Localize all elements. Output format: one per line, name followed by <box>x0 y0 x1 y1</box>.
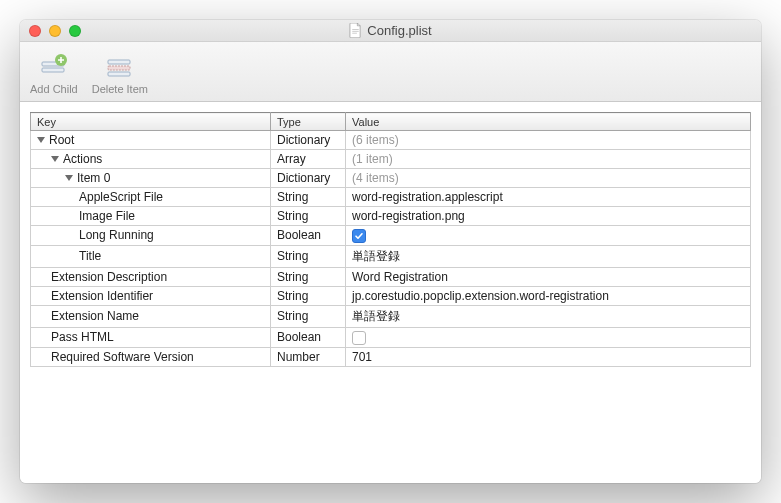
table-row[interactable]: AppleScript FileStringword-registration.… <box>31 188 751 207</box>
table-header-row: Key Type Value <box>31 113 751 131</box>
key-label: Extension Description <box>51 270 167 284</box>
table-row[interactable]: Image FileStringword-registration.png <box>31 207 751 226</box>
traffic-lights <box>20 25 81 37</box>
value-cell[interactable]: word-registration.applescript <box>346 188 751 207</box>
key-label: Extension Identifier <box>51 289 153 303</box>
header-key[interactable]: Key <box>31 113 271 131</box>
type-cell[interactable]: String <box>271 267 346 286</box>
type-cell[interactable]: Dictionary <box>271 131 346 150</box>
type-cell[interactable]: Dictionary <box>271 169 346 188</box>
value-cell[interactable]: (4 items) <box>346 169 751 188</box>
zoom-button[interactable] <box>69 25 81 37</box>
add-child-icon <box>38 53 70 81</box>
checkbox[interactable] <box>352 229 366 243</box>
svg-rect-1 <box>42 68 64 72</box>
key-label: Title <box>79 249 101 263</box>
key-cell[interactable]: Extension Name <box>31 305 271 327</box>
add-child-button[interactable]: Add Child <box>30 53 78 95</box>
table-row[interactable]: Required Software VersionNumber701 <box>31 347 751 366</box>
value-label: 単語登録 <box>352 249 400 263</box>
titlebar: Config.plist <box>20 20 761 42</box>
key-cell[interactable]: Title <box>31 245 271 267</box>
toolbar: Add Child Delete Item <box>20 42 761 102</box>
delete-item-icon <box>104 53 136 81</box>
key-label: Required Software Version <box>51 350 194 364</box>
disclosure-triangle-icon[interactable] <box>37 137 45 143</box>
value-label: 単語登録 <box>352 309 400 323</box>
value-cell[interactable] <box>346 327 751 347</box>
disclosure-triangle-icon[interactable] <box>65 175 73 181</box>
type-cell[interactable]: Number <box>271 347 346 366</box>
disclosure-triangle-icon[interactable] <box>51 156 59 162</box>
key-cell[interactable]: AppleScript File <box>31 188 271 207</box>
value-cell[interactable]: 701 <box>346 347 751 366</box>
key-cell[interactable]: Required Software Version <box>31 347 271 366</box>
svg-rect-3 <box>108 60 130 64</box>
document-icon <box>349 23 362 38</box>
type-cell[interactable]: Array <box>271 150 346 169</box>
value-label: word-registration.applescript <box>352 190 503 204</box>
type-cell[interactable]: Boolean <box>271 226 346 246</box>
value-label: word-registration.png <box>352 209 465 223</box>
key-cell[interactable]: Long Running <box>31 226 271 246</box>
key-cell[interactable]: Pass HTML <box>31 327 271 347</box>
type-cell[interactable]: String <box>271 188 346 207</box>
key-label: Extension Name <box>51 309 139 323</box>
table-row[interactable]: Extension IdentifierStringjp.corestudio.… <box>31 286 751 305</box>
key-cell[interactable]: Item 0 <box>31 169 271 188</box>
key-cell[interactable]: Image File <box>31 207 271 226</box>
table-row[interactable]: Item 0Dictionary(4 items) <box>31 169 751 188</box>
type-cell[interactable]: String <box>271 305 346 327</box>
value-cell[interactable]: (1 item) <box>346 150 751 169</box>
value-cell[interactable]: 単語登録 <box>346 305 751 327</box>
header-type[interactable]: Type <box>271 113 346 131</box>
key-cell[interactable]: Extension Identifier <box>31 286 271 305</box>
minimize-button[interactable] <box>49 25 61 37</box>
editor-window: Config.plist Add Child <box>20 20 761 483</box>
table-row[interactable]: ActionsArray(1 item) <box>31 150 751 169</box>
window-title-area: Config.plist <box>20 23 761 38</box>
plist-table: Key Type Value RootDictionary(6 items)Ac… <box>30 112 751 367</box>
value-cell[interactable]: jp.corestudio.popclip.extension.word-reg… <box>346 286 751 305</box>
key-cell[interactable]: Root <box>31 131 271 150</box>
type-cell[interactable]: String <box>271 245 346 267</box>
value-label: (6 items) <box>352 133 399 147</box>
checkbox[interactable] <box>352 331 366 345</box>
header-value[interactable]: Value <box>346 113 751 131</box>
table-row[interactable]: TitleString単語登録 <box>31 245 751 267</box>
key-label: Image File <box>79 209 135 223</box>
type-cell[interactable]: String <box>271 286 346 305</box>
table-row[interactable]: Extension NameString単語登録 <box>31 305 751 327</box>
add-child-label: Add Child <box>30 83 78 95</box>
value-cell[interactable]: 単語登録 <box>346 245 751 267</box>
key-label: AppleScript File <box>79 190 163 204</box>
value-cell[interactable]: word-registration.png <box>346 207 751 226</box>
key-label: Item 0 <box>77 171 110 185</box>
value-cell[interactable]: Word Registration <box>346 267 751 286</box>
value-cell[interactable] <box>346 226 751 246</box>
value-label: (4 items) <box>352 171 399 185</box>
table-row[interactable]: Pass HTMLBoolean <box>31 327 751 347</box>
key-label: Actions <box>63 152 102 166</box>
svg-rect-4 <box>108 66 130 70</box>
key-label: Pass HTML <box>51 330 114 344</box>
value-label: (1 item) <box>352 152 393 166</box>
value-label: jp.corestudio.popclip.extension.word-reg… <box>352 289 609 303</box>
key-cell[interactable]: Actions <box>31 150 271 169</box>
delete-item-button[interactable]: Delete Item <box>92 53 148 95</box>
value-label: 701 <box>352 350 372 364</box>
svg-rect-5 <box>108 72 130 76</box>
content-area: Key Type Value RootDictionary(6 items)Ac… <box>20 102 761 483</box>
value-cell[interactable]: (6 items) <box>346 131 751 150</box>
table-row[interactable]: RootDictionary(6 items) <box>31 131 751 150</box>
table-row[interactable]: Long RunningBoolean <box>31 226 751 246</box>
key-label: Root <box>49 133 74 147</box>
key-cell[interactable]: Extension Description <box>31 267 271 286</box>
table-row[interactable]: Extension DescriptionStringWord Registra… <box>31 267 751 286</box>
key-label: Long Running <box>79 228 154 242</box>
close-button[interactable] <box>29 25 41 37</box>
type-cell[interactable]: Boolean <box>271 327 346 347</box>
type-cell[interactable]: String <box>271 207 346 226</box>
window-title: Config.plist <box>367 23 431 38</box>
delete-item-label: Delete Item <box>92 83 148 95</box>
